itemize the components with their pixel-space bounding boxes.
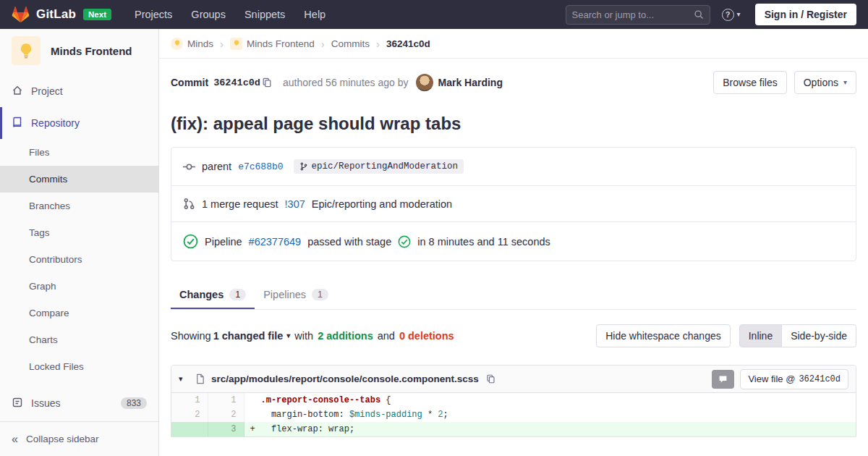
project-avatar	[12, 36, 41, 65]
authored-text: authored 56 minutes ago by	[283, 77, 409, 88]
nav-groups[interactable]: Groups	[191, 9, 226, 20]
sign-in-button[interactable]: Sign in / Register	[755, 4, 856, 25]
new-line-number[interactable]: 3	[208, 422, 244, 436]
changes-count-badge: 1	[229, 289, 246, 300]
sidebar-item-branches[interactable]: Branches	[0, 193, 158, 219]
tab-pipelines[interactable]: Pipelines 1	[255, 282, 337, 309]
breadcrumb: Minds › Minds Frontend › Commits › 36241…	[159, 29, 868, 59]
chevron-down-icon: ▾	[737, 11, 741, 18]
sidebar-item-files[interactable]: Files	[0, 139, 158, 166]
inline-view-button[interactable]: Inline	[739, 324, 782, 347]
sidebar-item-compare[interactable]: Compare	[0, 300, 158, 326]
stage-passed-icon[interactable]	[398, 235, 411, 248]
commit-info-box: parent e7c688b0 epic/ReportingAndModerat…	[171, 147, 856, 261]
collapse-file-icon[interactable]: ▾	[179, 374, 189, 384]
breadcrumb-separator: ›	[376, 38, 380, 50]
pipeline-id-link[interactable]: #62377649	[249, 236, 302, 248]
sidebar-project-header[interactable]: Minds Frontend	[0, 29, 158, 75]
toggle-comments-button[interactable]	[712, 370, 734, 389]
sidebar-item-project[interactable]: Project	[0, 75, 158, 107]
global-search[interactable]	[566, 5, 710, 25]
diff-line: 2 2 margin-bottom: $minds-padding * 2;	[171, 408, 856, 422]
showing-text: Showing	[171, 330, 211, 342]
sidebar-item-label: Project	[31, 85, 63, 97]
nav-snippets[interactable]: Snippets	[244, 9, 285, 20]
project-avatar-small	[230, 38, 242, 50]
commit-meta-row: Commit 36241c0d authored 56 minutes ago …	[171, 71, 856, 94]
pipeline-row: Pipeline #62377649 passed with stage in …	[171, 222, 856, 261]
commit-tabs: Changes 1 Pipelines 1	[171, 282, 856, 310]
options-dropdown-button[interactable]: Options ▾	[794, 71, 856, 94]
sidebar-item-charts[interactable]: Charts	[0, 326, 158, 353]
search-input[interactable]	[572, 9, 689, 20]
commit-label: Commit	[171, 77, 208, 88]
commit-title: (fix): appeal page should wrap tabs	[171, 114, 856, 134]
diff-summary-row: Showing 1 changed file ▾ with 2 addition…	[171, 324, 856, 347]
diff-file-header: ▾ src/app/modules/report/console/console…	[171, 366, 856, 393]
browse-files-button[interactable]: Browse files	[713, 71, 786, 94]
with-text: with	[294, 330, 313, 342]
copy-file-path-button[interactable]	[485, 373, 497, 385]
pipeline-label: Pipeline	[205, 236, 242, 248]
mr-ref-link[interactable]: !307	[285, 198, 305, 210]
and-text: and	[378, 330, 395, 342]
parent-label: parent	[202, 161, 231, 172]
additions-count: 2 additions	[318, 330, 373, 342]
breadcrumb-separator: ›	[321, 38, 325, 50]
parent-sha-link[interactable]: e7c688b0	[238, 161, 283, 172]
code-cell[interactable]: .m-report-console--tabs {	[244, 393, 856, 408]
help-dropdown[interactable]: ? ▾	[722, 9, 741, 21]
brand-wordmark[interactable]: GitLab	[36, 7, 76, 22]
sidebar-item-graph[interactable]: Graph	[0, 273, 158, 300]
tab-changes[interactable]: Changes 1	[171, 282, 255, 309]
collapse-sidebar-button[interactable]: « Collapse sidebar	[0, 421, 158, 456]
sidebar-item-locked-files[interactable]: Locked Files	[0, 353, 158, 380]
group-avatar	[171, 38, 183, 50]
sidebar-item-commits[interactable]: Commits	[0, 166, 158, 193]
breadcrumb-minds-frontend[interactable]: Minds Frontend	[230, 38, 315, 50]
search-icon	[694, 9, 704, 20]
author-name[interactable]: Mark Harding	[438, 77, 503, 88]
branch-icon	[299, 162, 308, 171]
side-by-side-view-button[interactable]: Side-by-side	[781, 324, 856, 347]
breadcrumb-separator: ›	[220, 38, 224, 50]
branch-ref-badge[interactable]: epic/ReportingAndModeration	[294, 159, 464, 174]
diff-line: 1 1 .m-report-console--tabs {	[171, 393, 856, 408]
sidebar-item-repository[interactable]: Repository	[0, 107, 158, 139]
collapse-sidebar-label: Collapse sidebar	[26, 434, 99, 444]
hide-whitespace-button[interactable]: Hide whitespace changes	[596, 324, 731, 347]
author-avatar[interactable]	[416, 74, 433, 91]
primary-nav: Projects Groups Snippets Help	[135, 9, 326, 20]
commit-icon	[183, 161, 195, 173]
issues-icon	[12, 397, 23, 410]
old-line-number[interactable]: 1	[171, 393, 208, 408]
breadcrumb-minds[interactable]: Minds	[171, 38, 213, 50]
changed-files-dropdown[interactable]: 1 changed file ▾	[213, 330, 291, 342]
mr-count-text: 1 merge request	[202, 198, 278, 210]
view-file-button[interactable]: View file @ 36241c0d	[740, 369, 848, 389]
old-line-number[interactable]	[171, 422, 208, 436]
copy-sha-button[interactable]	[260, 76, 273, 89]
breadcrumb-commits[interactable]: Commits	[331, 38, 370, 49]
parent-row: parent e7c688b0 epic/ReportingAndModerat…	[171, 148, 856, 186]
sidebar-item-contributors[interactable]: Contributors	[0, 246, 158, 273]
status-passed-icon	[183, 234, 198, 249]
project-sidebar: Minds Frontend Project Repository Files …	[0, 29, 159, 456]
top-navbar: GitLab Next Projects Groups Snippets Hel…	[0, 0, 868, 29]
sidebar-item-label: Issues	[31, 397, 60, 409]
book-icon	[12, 117, 23, 130]
new-line-number[interactable]: 1	[208, 393, 244, 408]
code-cell[interactable]: margin-bottom: $minds-padding * 2;	[244, 408, 856, 422]
gitlab-logo-icon[interactable]	[12, 6, 30, 23]
nav-projects[interactable]: Projects	[135, 9, 172, 20]
breadcrumb-current-sha: 36241c0d	[386, 38, 430, 49]
old-line-number[interactable]: 2	[171, 408, 208, 422]
nav-help[interactable]: Help	[304, 9, 326, 20]
new-line-number[interactable]: 2	[208, 408, 244, 422]
diff-view-toggle: Inline Side-by-side	[739, 324, 856, 347]
code-cell[interactable]: + flex-wrap: wrap;	[244, 422, 856, 436]
sidebar-item-tags[interactable]: Tags	[0, 219, 158, 246]
pipeline-status-text: passed with stage	[307, 236, 391, 248]
main-content: Minds › Minds Frontend › Commits › 36241…	[159, 29, 868, 456]
sidebar-item-issues[interactable]: Issues 833	[0, 387, 158, 419]
